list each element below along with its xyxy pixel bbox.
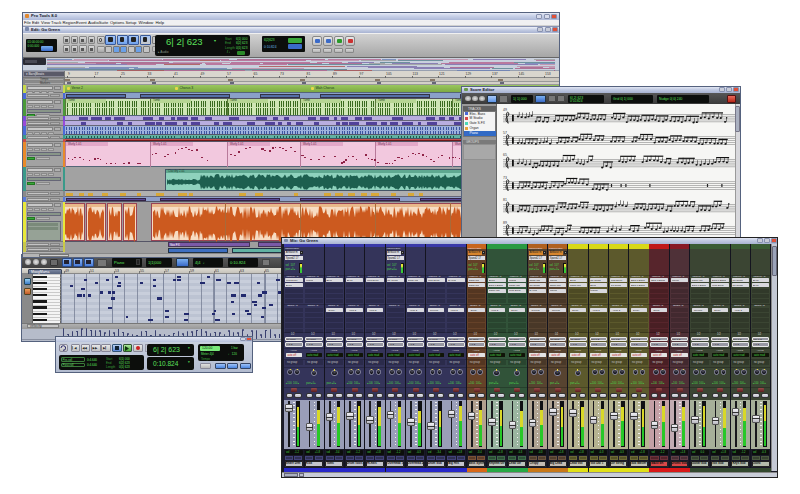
svg-text:65: 65: [503, 153, 507, 157]
svg-text:89: 89: [503, 221, 507, 225]
svg-text:57: 57: [503, 131, 507, 135]
svg-text:81: 81: [503, 198, 507, 202]
svg-text:49: 49: [503, 108, 507, 112]
svg-text:73: 73: [503, 176, 507, 180]
